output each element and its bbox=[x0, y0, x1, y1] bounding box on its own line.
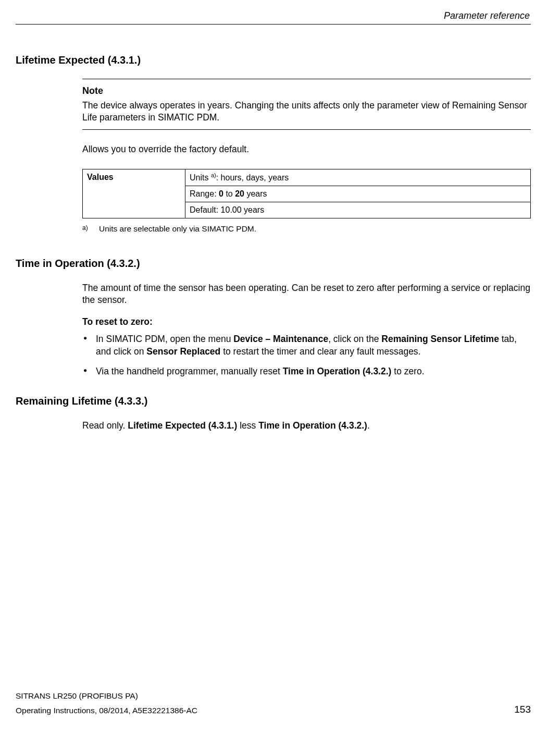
default-cell: Default: 10.00 years bbox=[185, 202, 531, 218]
b2-t1: Via the handheld programmer, manually re… bbox=[96, 366, 283, 376]
header-chapter: Parameter reference bbox=[16, 9, 531, 22]
footnote-text: Units are selectable only via SIMATIC PD… bbox=[99, 224, 256, 235]
footer-row: Operating Instructions, 08/2014, A5E3222… bbox=[16, 703, 531, 716]
range-post: years bbox=[244, 189, 267, 198]
units-post: : hours, days, years bbox=[216, 174, 289, 182]
range-min: 0 bbox=[219, 189, 223, 198]
s3-b1: Lifetime Expected (4.3.1.) bbox=[128, 420, 237, 431]
reset-subhead: To reset to zero: bbox=[82, 316, 531, 328]
b2-t2: to zero. bbox=[391, 366, 424, 376]
units-sup: a) bbox=[211, 172, 216, 178]
footnote: a) Units are selectable only via SIMATIC… bbox=[82, 224, 531, 235]
b2-b1: Time in Operation (4.3.2.) bbox=[283, 366, 392, 376]
range-mid: to bbox=[223, 189, 235, 198]
units-cell: Units a): hours, days, years bbox=[185, 169, 531, 186]
list-item: In SIMATIC PDM, open the menu Device – M… bbox=[82, 333, 531, 358]
range-cell: Range: 0 to 20 years bbox=[185, 186, 531, 202]
units-pre: Units bbox=[190, 174, 211, 182]
reset-list: In SIMATIC PDM, open the menu Device – M… bbox=[82, 333, 531, 377]
values-header-cell: Values bbox=[83, 169, 185, 218]
note-end-rule bbox=[82, 129, 531, 130]
footer-docinfo: Operating Instructions, 08/2014, A5E3222… bbox=[16, 705, 197, 716]
range-max: 20 bbox=[235, 189, 244, 198]
s3-t3: . bbox=[367, 420, 370, 431]
note-text: The device always operates in years. Cha… bbox=[82, 100, 531, 124]
b1-b1: Device – Maintenance bbox=[233, 334, 328, 344]
section-body-3: Read only. Lifetime Expected (4.3.1.) le… bbox=[82, 420, 531, 432]
s3-b2: Time in Operation (4.3.2.) bbox=[258, 420, 367, 431]
time-op-paragraph: The amount of time the sensor has been o… bbox=[82, 282, 531, 307]
s3-t2: less bbox=[237, 420, 258, 431]
section-body-2: The amount of time the sensor has been o… bbox=[82, 282, 531, 378]
list-item: Via the handheld programmer, manually re… bbox=[82, 365, 531, 378]
footnote-marker: a) bbox=[82, 224, 92, 235]
b1-t2: , click on the bbox=[328, 334, 381, 344]
table-row: Values Units a): hours, days, years bbox=[83, 169, 531, 186]
page-number: 153 bbox=[514, 703, 531, 716]
remaining-paragraph: Read only. Lifetime Expected (4.3.1.) le… bbox=[82, 420, 531, 432]
b1-t4: to restart the timer and clear any fault… bbox=[220, 346, 420, 357]
footer-product: SITRANS LR250 (PROFIBUS PA) bbox=[16, 691, 531, 702]
header-rule bbox=[16, 24, 531, 25]
override-paragraph: Allows you to override the factory defau… bbox=[82, 143, 531, 156]
section-title-lifetime-expected: Lifetime Expected (4.3.1.) bbox=[16, 53, 531, 67]
page-footer: SITRANS LR250 (PROFIBUS PA) Operating In… bbox=[16, 691, 531, 716]
b1-t1: In SIMATIC PDM, open the menu bbox=[96, 334, 233, 344]
page: Parameter reference Lifetime Expected (4… bbox=[0, 0, 560, 732]
range-pre: Range: bbox=[190, 189, 219, 198]
s3-t1: Read only. bbox=[82, 420, 128, 431]
b1-b3: Sensor Replaced bbox=[146, 346, 220, 357]
section-title-remaining-lifetime: Remaining Lifetime (4.3.3.) bbox=[16, 394, 531, 408]
note-label: Note bbox=[82, 84, 531, 97]
values-table: Values Units a): hours, days, years Rang… bbox=[82, 169, 531, 218]
section-title-time-in-operation: Time in Operation (4.3.2.) bbox=[16, 257, 531, 271]
note-box: Note The device always operates in years… bbox=[82, 79, 531, 130]
b1-b2: Remaining Sensor Lifetime bbox=[381, 334, 499, 344]
section-body-1: Note The device always operates in years… bbox=[82, 79, 531, 234]
